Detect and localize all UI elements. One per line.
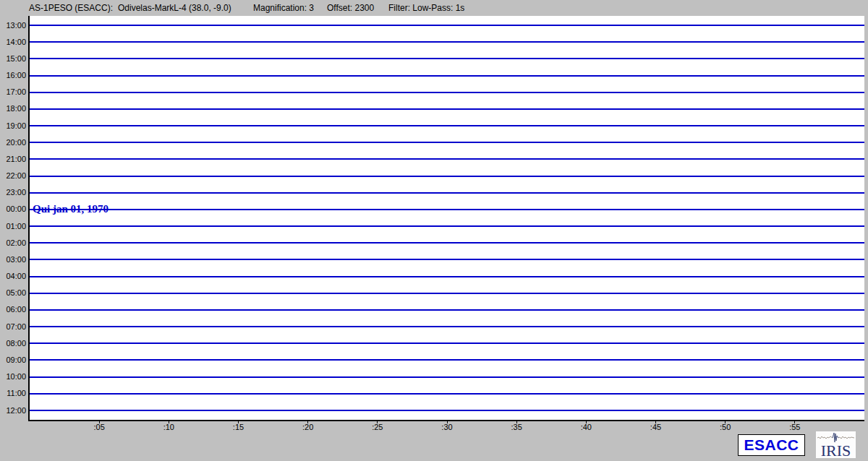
- hour-label: 15:00: [0, 54, 26, 64]
- trace-line: [30, 75, 864, 77]
- trace-line: [30, 25, 864, 26]
- hour-label: 04:00: [0, 272, 26, 281]
- helicorder-plot-area[interactable]: Qui jan 01, 1970: [28, 16, 864, 421]
- hour-label: 05:00: [0, 288, 26, 298]
- minute-tick-label: :45: [644, 423, 668, 431]
- minute-tick-label: :35: [505, 423, 528, 431]
- station-label: AS-1PESO (ESACC):: [29, 3, 113, 13]
- trace-line: [30, 242, 864, 244]
- hour-label: 07:00: [0, 322, 26, 332]
- iris-logo-label: IRIS: [821, 441, 851, 458]
- hour-label: 19:00: [0, 121, 26, 131]
- hour-label: 16:00: [0, 71, 26, 80]
- trace-line: [30, 225, 864, 227]
- hour-label: 00:00: [0, 204, 26, 214]
- filter-label: Filter: Low-Pass: 1s: [388, 3, 464, 13]
- minute-tick-label: :15: [227, 423, 250, 431]
- minute-tick-label: :30: [435, 423, 459, 431]
- trace-line: [30, 276, 864, 277]
- trace-line: [30, 326, 864, 327]
- magnification-label: Magnification: 3: [253, 3, 314, 13]
- iris-seismogram-icon: IRIS: [816, 431, 856, 458]
- esacc-logo-label: ESACC: [744, 436, 799, 453]
- amaseis-window: { "window": { "background": "#C0C0C0" },…: [0, 0, 868, 461]
- hour-label: 23:00: [0, 188, 26, 197]
- minute-tick-label: :40: [574, 423, 597, 431]
- hour-label: 14:00: [0, 38, 26, 47]
- trace-line: [30, 359, 864, 361]
- trace-line: [30, 125, 864, 126]
- trace-line: [30, 41, 864, 43]
- esacc-logo: ESACC: [738, 434, 805, 456]
- hour-label: 02:00: [0, 238, 26, 248]
- trace-line: [30, 293, 864, 294]
- trace-line: [30, 92, 864, 93]
- trace-line: [30, 376, 864, 378]
- trace-line: [30, 192, 864, 194]
- trace-line: [30, 58, 864, 59]
- hour-label: 10:00: [0, 372, 26, 382]
- trace-line: [30, 309, 864, 311]
- trace-line: [30, 393, 864, 395]
- hour-label: 21:00: [0, 155, 26, 164]
- hour-label: 13:00: [0, 21, 26, 30]
- trace-line: [30, 142, 864, 143]
- minute-tick-label: :10: [157, 423, 180, 431]
- iris-logo: IRIS: [816, 431, 856, 458]
- hour-label: 12:00: [0, 406, 26, 415]
- trace-line: [30, 209, 864, 210]
- hour-label: 01:00: [0, 222, 26, 231]
- date-annotation: Qui jan 01, 1970: [33, 203, 109, 215]
- hour-label: 08:00: [0, 339, 26, 348]
- trace-line: [30, 108, 864, 110]
- hour-label: 03:00: [0, 255, 26, 264]
- minute-tick-label: :50: [714, 423, 737, 431]
- minute-tick-label: :05: [88, 423, 111, 431]
- minute-tick-label: :55: [783, 423, 807, 431]
- hour-label: 22:00: [0, 171, 26, 181]
- trace-line: [30, 342, 864, 344]
- hour-label: 20:00: [0, 138, 26, 147]
- trace-line: [30, 176, 864, 177]
- trace-line: [30, 158, 864, 160]
- minute-tick-label: :20: [297, 423, 320, 431]
- sensor-label: Odivelas-MarkL-4 (38.0, -9.0): [118, 3, 231, 13]
- minute-tick-label: :25: [366, 423, 389, 431]
- offset-label: Offset: 2300: [327, 3, 374, 13]
- hour-label: 06:00: [0, 305, 26, 314]
- hour-label: 17:00: [0, 87, 26, 97]
- trace-line: [30, 259, 864, 260]
- hour-label: 18:00: [0, 104, 26, 113]
- trace-line: [30, 410, 864, 411]
- hour-label: 11:00: [0, 389, 26, 398]
- hour-label: 09:00: [0, 356, 26, 365]
